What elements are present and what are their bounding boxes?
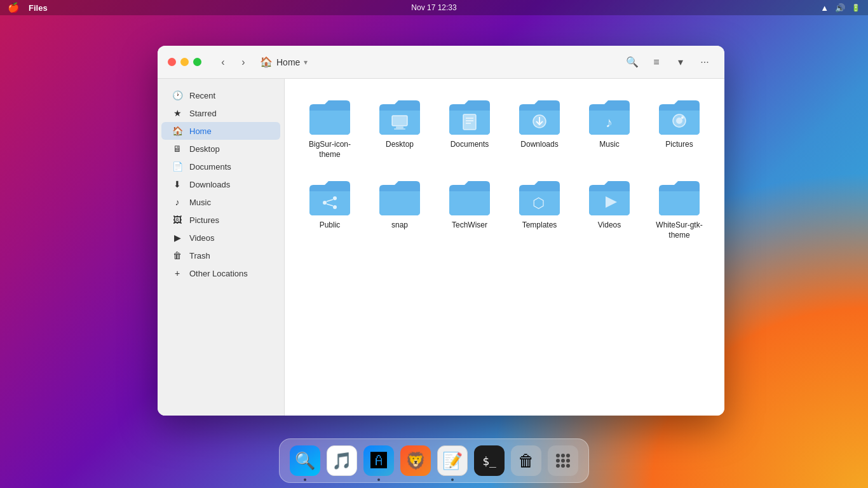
- sidebar-item-documents[interactable]: 📄 Documents: [161, 158, 280, 175]
- folder-label-desktop: Desktop: [386, 140, 414, 150]
- menubar: 🍎 Files Nov 17 12:33 ▲ 🔊 🔋: [0, 0, 868, 15]
- folder-label-techwiser: TechWiser: [452, 220, 487, 231]
- sidebar-item-home[interactable]: 🏠 Home: [161, 122, 280, 140]
- folder-icon-whitesur: [656, 177, 702, 217]
- folder-label-pictures: Pictures: [665, 140, 693, 150]
- svg-point-25: [566, 459, 570, 463]
- svg-text:♪: ♪: [606, 114, 613, 130]
- folder-item-pictures[interactable]: Pictures: [647, 92, 712, 165]
- dock-item-brave[interactable]: 🦁: [399, 444, 432, 477]
- dock-item-apps[interactable]: [546, 444, 580, 477]
- folder-icon-bigsur: [307, 97, 353, 136]
- back-button[interactable]: ‹: [214, 53, 232, 71]
- other-locations-icon: +: [172, 268, 183, 278]
- svg-point-23: [556, 459, 560, 463]
- sidebar-item-desktop[interactable]: 🖥 Desktop: [161, 140, 280, 158]
- dock-item-textedit[interactable]: 📝: [436, 444, 469, 477]
- folder-item-bigsur[interactable]: BigSur-icon-theme: [297, 92, 362, 165]
- folder-item-templates[interactable]: ⬡ Templates: [507, 172, 572, 245]
- forward-button[interactable]: ›: [234, 53, 252, 71]
- folder-icon-desktop: [377, 97, 423, 136]
- folder-icon-snap: [377, 177, 423, 217]
- sidebar-label-music: Music: [189, 198, 211, 207]
- folder-icon-techwiser: [447, 177, 492, 217]
- svg-point-24: [561, 459, 565, 463]
- sidebar-label-home: Home: [189, 126, 212, 136]
- dock-item-finder[interactable]: 🔍: [288, 444, 322, 477]
- sidebar-item-other-locations[interactable]: + Other Locations: [161, 264, 280, 282]
- sidebar-item-pictures[interactable]: 🖼 Pictures: [161, 211, 280, 229]
- sidebar-item-videos[interactable]: ▶ Videos: [161, 229, 280, 247]
- folder-label-music: Music: [599, 140, 619, 150]
- folder-icon-music: ♪: [587, 97, 632, 136]
- folder-label-snap: snap: [391, 220, 408, 231]
- dock-item-appstore[interactable]: 🅰: [362, 444, 395, 477]
- dock-item-terminal[interactable]: $_: [473, 444, 506, 477]
- folder-icon-public: [307, 177, 353, 217]
- titlebar: ‹ › 🏠 Home ▾ 🔍 ≡ ▾ ···: [158, 46, 724, 79]
- breadcrumb[interactable]: 🏠 Home ▾: [260, 56, 308, 68]
- folder-label-whitesur: WhiteSur-gtk-theme: [651, 220, 708, 240]
- svg-point-22: [566, 454, 570, 458]
- folder-icon-documents: [447, 97, 492, 136]
- close-button[interactable]: [168, 58, 176, 66]
- folder-label-bigsur: BigSur-icon-theme: [301, 140, 358, 159]
- starred-icon: ★: [172, 108, 183, 118]
- folder-icon-downloads: [517, 97, 562, 136]
- svg-point-27: [561, 464, 565, 468]
- folder-item-techwiser[interactable]: TechWiser: [437, 172, 502, 245]
- sidebar-item-recent[interactable]: 🕐 Recent: [161, 86, 280, 104]
- folder-item-whitesur[interactable]: WhiteSur-gtk-theme: [647, 172, 712, 245]
- sidebar-item-music[interactable]: ♪ Music: [161, 193, 280, 211]
- dock-item-rhythmbox[interactable]: 🎵: [325, 444, 358, 477]
- trash-icon: 🗑: [172, 250, 183, 261]
- sidebar-label-recent: Recent: [189, 91, 215, 100]
- svg-point-11: [676, 118, 682, 124]
- list-view-button[interactable]: ≡: [647, 53, 666, 72]
- dock-item-trash[interactable]: 🗑: [510, 444, 543, 477]
- wifi-icon: ▲: [820, 3, 829, 13]
- maximize-button[interactable]: [193, 58, 201, 66]
- battery-icon: 🔋: [851, 4, 860, 12]
- sidebar-label-documents: Documents: [189, 162, 231, 172]
- svg-point-21: [561, 454, 565, 458]
- folder-item-downloads[interactable]: Downloads: [507, 92, 572, 165]
- svg-text:⬡: ⬡: [532, 195, 545, 211]
- folder-item-music[interactable]: ♪ Music: [577, 92, 642, 165]
- folder-item-snap[interactable]: snap: [367, 172, 432, 245]
- more-options-button[interactable]: ···: [695, 53, 714, 72]
- svg-rect-1: [396, 126, 403, 128]
- svg-point-13: [323, 201, 327, 205]
- folder-item-desktop[interactable]: Desktop: [367, 92, 432, 165]
- sidebar-item-trash[interactable]: 🗑 Trash: [161, 247, 280, 264]
- folder-icon-videos: [587, 177, 632, 217]
- apple-menu[interactable]: 🍎: [8, 2, 20, 13]
- volume-icon: 🔊: [835, 3, 845, 13]
- svg-point-12: [681, 116, 684, 119]
- folder-icon-templates: ⬡: [517, 177, 562, 217]
- svg-rect-3: [463, 114, 476, 130]
- pictures-icon: 🖼: [172, 215, 183, 225]
- svg-point-14: [333, 196, 337, 200]
- sidebar-label-other-locations: Other Locations: [189, 269, 248, 278]
- dock: 🔍 🎵 🅰 🦁 📝 $_ 🗑: [279, 438, 589, 483]
- sort-button[interactable]: ▾: [671, 53, 690, 72]
- svg-point-26: [556, 464, 560, 468]
- documents-icon: 📄: [172, 161, 183, 172]
- folder-item-videos[interactable]: Videos: [577, 172, 642, 245]
- nav-buttons: ‹ ›: [214, 53, 252, 71]
- folder-label-documents: Documents: [451, 140, 489, 150]
- music-icon: ♪: [172, 197, 183, 207]
- sidebar-item-starred[interactable]: ★ Starred: [161, 104, 280, 122]
- app-name[interactable]: Files: [29, 3, 48, 13]
- search-button[interactable]: 🔍: [623, 53, 642, 72]
- minimize-button[interactable]: [180, 58, 189, 66]
- sidebar-label-starred: Starred: [189, 109, 217, 118]
- svg-point-28: [566, 464, 570, 468]
- svg-point-15: [333, 205, 337, 209]
- sidebar-label-downloads: Downloads: [189, 180, 230, 189]
- sidebar-item-downloads[interactable]: ⬇ Downloads: [161, 175, 280, 193]
- folder-item-public[interactable]: Public: [297, 172, 362, 245]
- folder-item-documents[interactable]: Documents: [437, 92, 502, 165]
- titlebar-actions: 🔍 ≡ ▾ ···: [623, 53, 714, 72]
